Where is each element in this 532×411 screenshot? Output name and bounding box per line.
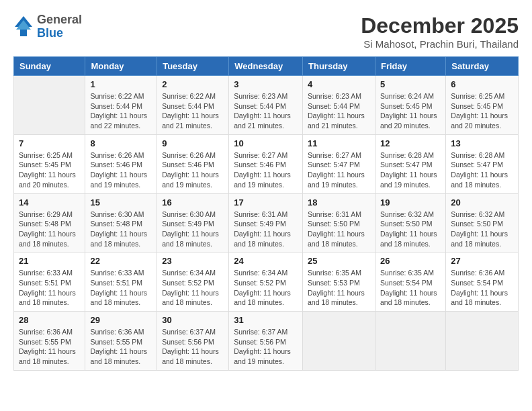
calendar-cell: 11Sunrise: 6:27 AM Sunset: 5:47 PM Dayli… — [303, 134, 375, 193]
calendar-cell: 6Sunrise: 6:25 AM Sunset: 5:45 PM Daylig… — [446, 76, 519, 135]
day-number: 28 — [19, 315, 80, 325]
day-number: 22 — [90, 256, 152, 266]
day-number: 5 — [380, 79, 441, 89]
calendar-header-tuesday: Tuesday — [157, 57, 229, 76]
day-info: Sunrise: 6:29 AM Sunset: 5:48 PM Dayligh… — [19, 210, 80, 249]
day-number: 19 — [380, 197, 441, 208]
day-info: Sunrise: 6:22 AM Sunset: 5:44 PM Dayligh… — [90, 91, 152, 131]
day-info: Sunrise: 6:27 AM Sunset: 5:46 PM Dayligh… — [234, 150, 298, 190]
day-number: 3 — [234, 79, 298, 89]
calendar-cell: 15Sunrise: 6:30 AM Sunset: 5:48 PM Dayli… — [85, 193, 157, 253]
day-number: 8 — [90, 138, 152, 148]
day-info: Sunrise: 6:26 AM Sunset: 5:46 PM Dayligh… — [90, 150, 152, 190]
week-row-4: 21Sunrise: 6:33 AM Sunset: 5:51 PM Dayli… — [14, 253, 519, 312]
calendar-cell: 3Sunrise: 6:23 AM Sunset: 5:44 PM Daylig… — [229, 76, 303, 135]
calendar-cell: 30Sunrise: 6:37 AM Sunset: 5:56 PM Dayli… — [157, 312, 229, 371]
week-row-1: 1Sunrise: 6:22 AM Sunset: 5:44 PM Daylig… — [14, 76, 519, 135]
calendar-cell: 29Sunrise: 6:36 AM Sunset: 5:55 PM Dayli… — [85, 312, 157, 371]
logo-text: General Blue — [37, 13, 82, 40]
day-info: Sunrise: 6:36 AM Sunset: 5:55 PM Dayligh… — [90, 327, 152, 367]
day-number: 9 — [162, 138, 224, 148]
calendar-cell: 24Sunrise: 6:34 AM Sunset: 5:52 PM Dayli… — [229, 253, 303, 312]
day-number: 1 — [90, 79, 152, 89]
day-number: 27 — [451, 256, 513, 266]
day-number: 24 — [234, 256, 298, 266]
day-info: Sunrise: 6:30 AM Sunset: 5:49 PM Dayligh… — [162, 210, 224, 249]
calendar-cell: 18Sunrise: 6:31 AM Sunset: 5:50 PM Dayli… — [303, 193, 375, 253]
week-row-5: 28Sunrise: 6:36 AM Sunset: 5:55 PM Dayli… — [14, 312, 519, 371]
title-block: December 2025 Si Mahosot, Prachin Buri, … — [361, 13, 519, 50]
calendar-cell: 23Sunrise: 6:34 AM Sunset: 5:52 PM Dayli… — [157, 253, 229, 312]
calendar-cell: 9Sunrise: 6:26 AM Sunset: 5:46 PM Daylig… — [157, 134, 229, 193]
day-info: Sunrise: 6:35 AM Sunset: 5:54 PM Dayligh… — [380, 268, 441, 308]
calendar-cell: 21Sunrise: 6:33 AM Sunset: 5:51 PM Dayli… — [14, 253, 85, 312]
day-info: Sunrise: 6:23 AM Sunset: 5:44 PM Dayligh… — [308, 91, 370, 131]
day-info: Sunrise: 6:37 AM Sunset: 5:56 PM Dayligh… — [162, 327, 224, 367]
day-number: 29 — [90, 315, 152, 325]
day-info: Sunrise: 6:34 AM Sunset: 5:52 PM Dayligh… — [234, 268, 298, 308]
day-info: Sunrise: 6:36 AM Sunset: 5:55 PM Dayligh… — [19, 327, 80, 367]
calendar-cell: 25Sunrise: 6:35 AM Sunset: 5:53 PM Dayli… — [303, 253, 375, 312]
day-info: Sunrise: 6:31 AM Sunset: 5:49 PM Dayligh… — [234, 210, 298, 249]
calendar-table: SundayMondayTuesdayWednesdayThursdayFrid… — [13, 56, 519, 371]
calendar-cell: 12Sunrise: 6:28 AM Sunset: 5:47 PM Dayli… — [375, 134, 445, 193]
day-info: Sunrise: 6:27 AM Sunset: 5:47 PM Dayligh… — [308, 150, 370, 190]
calendar-cell: 8Sunrise: 6:26 AM Sunset: 5:46 PM Daylig… — [85, 134, 157, 193]
calendar-cell: 13Sunrise: 6:28 AM Sunset: 5:47 PM Dayli… — [446, 134, 519, 193]
calendar-header-friday: Friday — [375, 57, 445, 76]
day-info: Sunrise: 6:26 AM Sunset: 5:46 PM Dayligh… — [162, 150, 224, 190]
week-row-2: 7Sunrise: 6:25 AM Sunset: 5:45 PM Daylig… — [14, 134, 519, 193]
day-number: 15 — [90, 197, 152, 208]
calendar-cell: 16Sunrise: 6:30 AM Sunset: 5:49 PM Dayli… — [157, 193, 229, 253]
calendar-header-monday: Monday — [85, 57, 157, 76]
day-number: 23 — [162, 256, 224, 266]
day-number: 16 — [162, 197, 224, 208]
calendar-header-sunday: Sunday — [14, 57, 85, 76]
calendar-cell: 4Sunrise: 6:23 AM Sunset: 5:44 PM Daylig… — [303, 76, 375, 135]
calendar-header-thursday: Thursday — [303, 57, 375, 76]
logo-general-text: General — [37, 13, 82, 27]
day-number: 10 — [234, 138, 298, 148]
day-info: Sunrise: 6:28 AM Sunset: 5:47 PM Dayligh… — [380, 150, 441, 190]
day-number: 30 — [162, 315, 224, 325]
calendar-cell: 28Sunrise: 6:36 AM Sunset: 5:55 PM Dayli… — [14, 312, 85, 371]
day-info: Sunrise: 6:35 AM Sunset: 5:53 PM Dayligh… — [308, 268, 370, 308]
main-title: December 2025 — [361, 13, 519, 38]
calendar-cell — [446, 312, 519, 371]
calendar-header-wednesday: Wednesday — [229, 57, 303, 76]
calendar-cell — [14, 76, 85, 135]
svg-rect-2 — [20, 30, 27, 36]
calendar-cell: 14Sunrise: 6:29 AM Sunset: 5:48 PM Dayli… — [14, 193, 85, 253]
subtitle: Si Mahosot, Prachin Buri, Thailand — [361, 38, 519, 50]
page-header: General Blue December 2025 Si Mahosot, P… — [13, 13, 519, 50]
day-info: Sunrise: 6:28 AM Sunset: 5:47 PM Dayligh… — [451, 150, 513, 190]
calendar-cell — [375, 312, 445, 371]
calendar-header: SundayMondayTuesdayWednesdayThursdayFrid… — [14, 57, 519, 76]
logo-blue-text: Blue — [37, 27, 82, 40]
day-info: Sunrise: 6:33 AM Sunset: 5:51 PM Dayligh… — [90, 268, 152, 308]
day-number: 18 — [308, 197, 370, 208]
day-number: 21 — [19, 256, 80, 266]
day-number: 11 — [308, 138, 370, 148]
day-info: Sunrise: 6:30 AM Sunset: 5:48 PM Dayligh… — [90, 210, 152, 249]
day-info: Sunrise: 6:22 AM Sunset: 5:44 PM Dayligh… — [162, 91, 224, 131]
day-number: 4 — [308, 79, 370, 89]
day-number: 26 — [380, 256, 441, 266]
day-number: 31 — [234, 315, 298, 325]
calendar-cell: 17Sunrise: 6:31 AM Sunset: 5:49 PM Dayli… — [229, 193, 303, 253]
day-info: Sunrise: 6:31 AM Sunset: 5:50 PM Dayligh… — [308, 210, 370, 249]
day-info: Sunrise: 6:25 AM Sunset: 5:45 PM Dayligh… — [19, 150, 80, 190]
day-number: 6 — [451, 79, 513, 89]
day-number: 7 — [19, 138, 80, 148]
day-info: Sunrise: 6:37 AM Sunset: 5:56 PM Dayligh… — [234, 327, 298, 367]
calendar-cell: 19Sunrise: 6:32 AM Sunset: 5:50 PM Dayli… — [375, 193, 445, 253]
calendar-body: 1Sunrise: 6:22 AM Sunset: 5:44 PM Daylig… — [14, 76, 519, 371]
calendar-cell: 20Sunrise: 6:32 AM Sunset: 5:50 PM Dayli… — [446, 193, 519, 253]
calendar-cell: 22Sunrise: 6:33 AM Sunset: 5:51 PM Dayli… — [85, 253, 157, 312]
day-info: Sunrise: 6:25 AM Sunset: 5:45 PM Dayligh… — [451, 91, 513, 131]
calendar-cell: 5Sunrise: 6:24 AM Sunset: 5:45 PM Daylig… — [375, 76, 445, 135]
logo: General Blue — [13, 13, 82, 40]
calendar-cell: 2Sunrise: 6:22 AM Sunset: 5:44 PM Daylig… — [157, 76, 229, 135]
day-number: 17 — [234, 197, 298, 208]
day-number: 20 — [451, 197, 513, 208]
